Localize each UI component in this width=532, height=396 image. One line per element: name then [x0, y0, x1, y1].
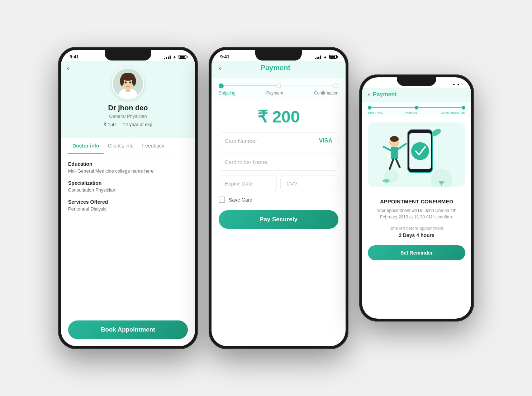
step-dot-shipping [219, 83, 224, 88]
progress-line-2 [281, 86, 333, 86]
card-type-label: VISA [319, 137, 332, 144]
status-icons: ▲ [164, 54, 186, 59]
circle-icon: ● [457, 82, 460, 86]
screen-payment: 9:41 ▲ [212, 50, 346, 346]
education-section: Education Md- General Medicine college n… [68, 161, 188, 174]
education-value: Md- General Medicine college name here [68, 168, 188, 174]
services-section: Services Offered Peritoneal Dialysis [68, 199, 188, 212]
specialization-label: Specialization [68, 180, 188, 186]
battery-icon-2 [329, 55, 337, 59]
specialization-section: Specialization Consultation Physician [68, 180, 188, 193]
doctor-meta: ₹ 150 14 year of exp [104, 122, 152, 127]
time-display-2: 9:41 [220, 54, 229, 59]
time-left-label: Time left before appointment. [368, 226, 465, 231]
cvv-label: CVV [286, 180, 298, 187]
confirmed-desc: Your appointment wit Dr. John Doe on 4th… [368, 207, 465, 220]
signal-icon-2 [315, 55, 321, 59]
book-appointment-button[interactable]: Book Appointment [68, 320, 188, 339]
svg-line-19 [396, 159, 400, 167]
step-label-shipping: Shipping [219, 91, 236, 96]
set-reminder-button[interactable]: Set Reminder [368, 245, 465, 260]
screen-confirmation: ▪▪ ● › ‹ Payment [362, 77, 471, 319]
confirmed-title: APPOINTMENT CONFIRMED [368, 198, 465, 204]
step-dot-payment [276, 83, 281, 88]
progress-labels: Shipping Payment Confirmation [219, 91, 338, 96]
svg-point-5 [120, 76, 124, 86]
tab-feedback[interactable]: Feedback [138, 138, 168, 154]
battery-icon [179, 55, 186, 59]
payment-amount: ₹ 200 [219, 107, 338, 126]
sm-label-shipping: SHIPPING [368, 111, 383, 115]
tab-clients-info[interactable]: Client's info [104, 138, 138, 154]
education-label: Education [68, 161, 188, 167]
back-button[interactable]: ‹ [67, 64, 69, 72]
doctor-specialty: General Physician [109, 114, 147, 119]
profile-content: Education Md- General Medicine college n… [61, 154, 195, 320]
svg-line-20 [384, 147, 391, 150]
doctor-experience: 14 year of exp [123, 122, 152, 127]
cardholder-name-label: Cardholder Name [225, 159, 267, 165]
confirmation-illustration [368, 122, 465, 187]
svg-point-7 [125, 81, 127, 83]
time-display: 9:41 [70, 54, 79, 59]
status-icons-2: ▲ [315, 54, 337, 59]
split-fields: Expire Date CVV [219, 175, 338, 192]
save-card-label: Save Card [229, 197, 252, 203]
sm-label-payment: PAIMENT [405, 111, 419, 115]
doctor-name: Dr jhon deo [108, 104, 148, 112]
status-icons-3: ▪▪ ● › [453, 82, 462, 86]
wifi-icon-2: ▲ [323, 54, 327, 59]
profile-tabs: Doctor info Client's info Feedback [61, 138, 195, 154]
progress-line-sm-1 [371, 107, 415, 108]
progress-line-sm-2 [418, 107, 462, 108]
confirmation-header: ‹ Payment [362, 88, 471, 102]
svg-point-8 [129, 81, 132, 83]
confirmation-content: APPOINTMENT CONFIRMED Your appointment w… [362, 193, 471, 266]
step-dot-sm-shipping [368, 106, 371, 110]
payment-progress: Shipping Payment Confirmation [212, 78, 346, 98]
progress-track [219, 83, 338, 88]
step-dot-confirmation [333, 83, 338, 88]
services-label: Services Offered [68, 199, 188, 205]
time-left-value: 2 Days 4 hours [368, 232, 465, 238]
payment-title: Payment [221, 64, 330, 72]
phone-payment: 9:41 ▲ [209, 47, 348, 349]
progress-line-1 [224, 86, 276, 86]
step-dot-sm-payment [415, 106, 418, 110]
payment-header: ‹ Payment [212, 61, 346, 78]
signal-icon [164, 55, 171, 59]
pay-securely-button[interactable]: Pay Securely [219, 210, 338, 229]
notch [105, 50, 151, 61]
app-scene: 9:41 ▲ [7, 47, 525, 349]
doctor-header: ‹ [61, 61, 195, 138]
save-card-row: Save Card [219, 197, 338, 203]
squares-icon: ▪▪ [453, 82, 456, 86]
avatar [112, 67, 144, 100]
svg-line-18 [390, 159, 393, 169]
wifi-icon: ▲ [172, 54, 177, 59]
tab-doctor-info[interactable]: Doctor info [68, 138, 104, 154]
expire-date-label: Expire Date [225, 180, 253, 187]
services-value: Peritoneal Dialysis [68, 206, 188, 212]
expire-date-field[interactable]: Expire Date [219, 175, 277, 192]
back-button-2[interactable]: ‹ [219, 64, 221, 72]
back-button-3[interactable]: ‹ [368, 91, 370, 98]
cardholder-name-field[interactable]: Cardholder Name [219, 154, 338, 171]
save-card-checkbox[interactable] [219, 197, 225, 203]
notch-3 [397, 77, 436, 86]
svg-point-13 [411, 142, 429, 160]
doctor-rate: ₹ 150 [104, 122, 115, 127]
svg-rect-17 [391, 147, 398, 159]
svg-line-21 [398, 144, 406, 149]
confirmation-title: Payment [373, 91, 397, 98]
phone-confirmation: ▪▪ ● › ‹ Payment [359, 74, 474, 322]
step-label-confirmation: Confirmation [314, 91, 338, 96]
svg-point-16 [390, 136, 399, 142]
cvv-field[interactable]: CVV [280, 175, 338, 192]
notch [255, 50, 302, 61]
progress-track-sm [368, 106, 465, 110]
confirmation-svg [370, 122, 463, 187]
specialization-value: Consultation Physician [68, 187, 188, 193]
screen-doctor-profile: 9:41 ▲ [61, 50, 195, 346]
card-number-field[interactable]: Card Number VISA [219, 132, 338, 149]
